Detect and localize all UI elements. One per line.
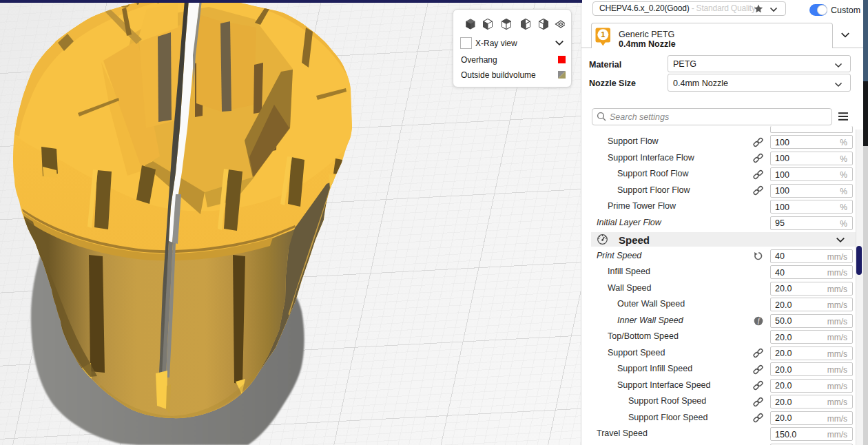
svg-text:1: 1	[601, 30, 605, 39]
